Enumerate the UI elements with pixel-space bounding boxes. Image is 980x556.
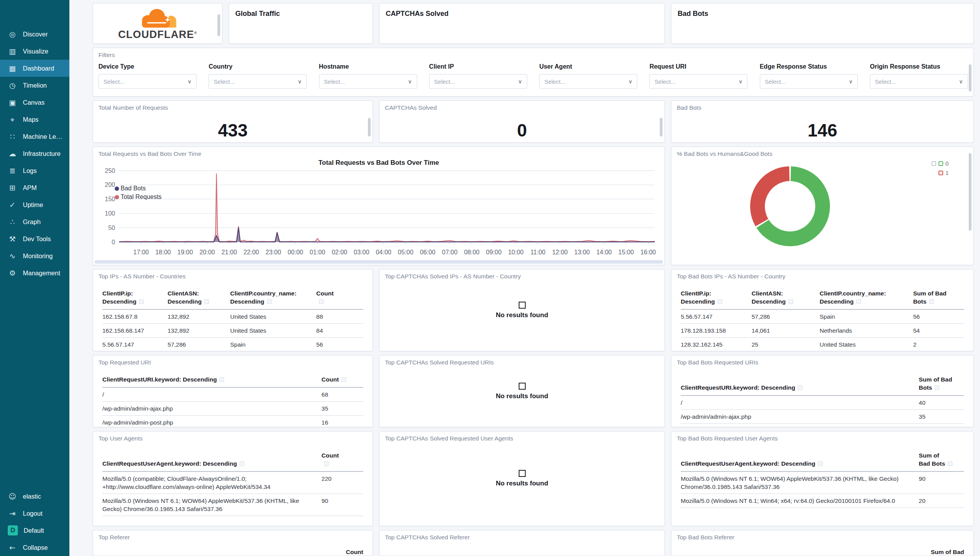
sidebar-item-default-space[interactable]: D Default <box>0 522 69 539</box>
filter-select[interactable]: Select... ∨ <box>539 74 637 89</box>
sidebar-item-label: Discover <box>23 31 48 38</box>
sidebar-item-timelion[interactable]: ◷ Timelion <box>0 77 69 94</box>
column-header: Sum ofBad Bots <box>919 451 964 471</box>
sidebar-item-machine-learning[interactable]: ∷ Machine Le… <box>0 128 69 145</box>
filter-label: User Agent <box>539 63 637 70</box>
sidebar-item-dashboard[interactable]: ▦ Dashboard <box>0 60 69 77</box>
sort-filter-icon[interactable] <box>267 299 272 304</box>
filter-select[interactable]: Select... ∨ <box>649 74 747 89</box>
sidebar-item-management[interactable]: ⚙ Management <box>0 264 69 281</box>
chart-title: Total Requests vs Bad Bots Over Time <box>93 159 664 167</box>
filter-select[interactable]: Select... ∨ <box>870 74 968 89</box>
bad-bots-header-panel: Bad Bots <box>671 3 974 44</box>
sidebar-item-logout[interactable]: ⇥ Logout <box>0 505 69 522</box>
metric-title: CAPTCHAs Solved <box>380 101 664 111</box>
sort-filter-icon[interactable] <box>342 377 346 382</box>
bad-bots-donut-panel: % Bad Bots vs Humans&Good Bots 0 1 <box>671 147 974 265</box>
table-cell: 35 <box>321 402 363 416</box>
sidebar-item-label: Timelion <box>23 82 47 89</box>
svg-text:07:00: 07:00 <box>442 249 457 256</box>
sort-filter-icon[interactable] <box>324 461 329 466</box>
sidebar-item-visualize[interactable]: ▥ Visualize <box>0 43 69 60</box>
filter-select[interactable]: Select... ∨ <box>760 74 858 89</box>
sum-of-bad-column-header[interactable]: Sum of Bad <box>931 549 964 556</box>
svg-text:100: 100 <box>105 210 115 217</box>
sort-filter-icon[interactable] <box>929 299 934 304</box>
sort-filter-icon[interactable] <box>856 299 861 304</box>
chevron-down-icon: ∨ <box>298 78 302 85</box>
sidebar-item-icon: ◎ <box>8 30 17 38</box>
legend-item[interactable]: 1 <box>932 169 949 176</box>
svg-text:13:00: 13:00 <box>574 249 590 256</box>
filter-select[interactable]: Select... ∨ <box>209 74 307 89</box>
sidebar-item-canvas[interactable]: ▣ Canvas <box>0 94 69 111</box>
legend-ghost-square-icon <box>932 161 936 166</box>
filter-select-placeholder: Select... <box>875 78 896 85</box>
filter-label: Device Type <box>98 63 197 70</box>
sort-filter-icon[interactable] <box>219 377 224 382</box>
sidebar-item-uptime[interactable]: ✓ Uptime <box>0 196 69 213</box>
column-header: ClientRequestUserAgent.keyword: Descendi… <box>681 451 919 471</box>
filter-select[interactable]: Select... ∨ <box>319 74 417 89</box>
svg-text:19:00: 19:00 <box>178 249 193 256</box>
sort-filter-icon[interactable] <box>798 385 802 390</box>
sidebar-item-infrastructure[interactable]: ☁ Infrastructure <box>0 145 69 162</box>
sort-filter-icon[interactable] <box>139 299 144 304</box>
sidebar-item-dev-tools[interactable]: ⚒ Dev Tools <box>0 230 69 247</box>
sort-filter-icon[interactable] <box>818 461 823 466</box>
legend-item[interactable]: Bad Bots <box>115 184 162 193</box>
top-ips-table: ClientIP.ip:DescendingClientASN:Descendi… <box>93 289 373 351</box>
filter-select[interactable]: Select... ∨ <box>98 74 197 89</box>
sidebar-item-logs[interactable]: ≣ Logs <box>0 162 69 179</box>
sidebar-item-apm[interactable]: ⊞ APM <box>0 179 69 196</box>
sort-filter-icon[interactable] <box>935 385 939 390</box>
sidebar-item-maps[interactable]: ⌖ Maps <box>0 111 69 128</box>
no-results-message: No results found <box>380 269 664 351</box>
sidebar-item-graph[interactable]: ∴ Graph <box>0 213 69 230</box>
table-cell: 68 <box>321 387 363 402</box>
cloudflare-wordmark: CLOUDFLARE® <box>118 29 197 40</box>
sort-filter-icon[interactable] <box>948 461 952 466</box>
horizontal-scrollbar[interactable] <box>95 260 663 264</box>
svg-text:17:00: 17:00 <box>133 249 149 256</box>
sidebar-item-monitoring[interactable]: ∿ Monitoring <box>0 247 69 264</box>
vertical-scrollbar[interactable] <box>368 118 371 136</box>
table-row: 178.128.193.15814,061Netherlands54 <box>681 324 964 338</box>
donut-slice-1[interactable] <box>757 174 789 223</box>
vertical-scrollbar[interactable] <box>660 118 663 136</box>
filter-select[interactable]: Select... ∨ <box>429 74 527 89</box>
chevron-down-icon: ∨ <box>738 78 742 85</box>
table-panel-title: Top User Agents <box>93 432 373 442</box>
filter-select-placeholder: Select... <box>544 78 565 85</box>
filter-control: User Agent Select... ∨ <box>539 63 637 89</box>
legend-item[interactable]: 0 <box>932 160 949 167</box>
table-cell: 14,061 <box>752 324 820 338</box>
table-cell: Mozilla/5.0 (compatible; CloudFlare-Alwa… <box>102 471 321 494</box>
svg-text:14:00: 14:00 <box>596 249 612 256</box>
donut-panel-title: % Bad Bots vs Humans&Good Bots <box>671 147 973 157</box>
svg-text:200: 200 <box>105 181 115 188</box>
sort-filter-icon[interactable] <box>240 461 244 466</box>
count-column-header[interactable]: Count <box>346 549 363 556</box>
vertical-scrollbar[interactable] <box>969 153 971 231</box>
vertical-scrollbar[interactable] <box>969 64 971 92</box>
filter-select-placeholder: Select... <box>324 78 345 85</box>
sidebar-footer-label: Logout <box>23 510 42 517</box>
filter-control: Country Select... ∨ <box>209 63 307 89</box>
vertical-scrollbar[interactable] <box>217 14 220 36</box>
legend-item[interactable]: Total Requests <box>115 193 162 201</box>
no-results-icon <box>519 383 526 390</box>
filter-select-placeholder: Select... <box>654 78 675 85</box>
sidebar-item-icon: ⚙ <box>8 269 17 277</box>
sidebar-item-discover[interactable]: ◎ Discover <box>0 26 69 43</box>
table-cell: /wp-admin/admin-post.php <box>102 416 321 428</box>
sidebar-item-user-elastic[interactable]: ☺ elastic <box>0 488 69 505</box>
sort-filter-icon[interactable] <box>204 299 209 304</box>
sort-filter-icon[interactable] <box>319 299 324 304</box>
sort-filter-icon[interactable] <box>718 299 722 304</box>
table-cell: / <box>681 395 919 410</box>
sidebar-item-collapse[interactable]: ← Collapse <box>0 539 69 556</box>
sort-filter-icon[interactable] <box>788 299 793 304</box>
table-row: 128.32.162.14525United States2 <box>681 338 964 352</box>
chevron-down-icon: ∨ <box>849 78 852 85</box>
